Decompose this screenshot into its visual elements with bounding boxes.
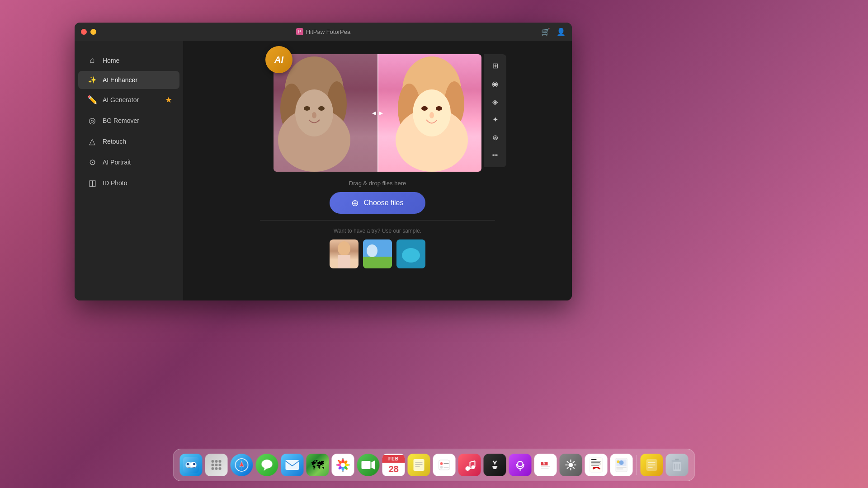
- svg-rect-84: [591, 459, 597, 460]
- svg-rect-19: [338, 255, 350, 268]
- svg-point-15: [421, 106, 428, 111]
- svg-point-82: [569, 463, 573, 467]
- dock-second-notes[interactable]: [641, 454, 663, 476]
- erase-button[interactable]: ◈: [486, 94, 504, 110]
- svg-point-33: [219, 460, 222, 463]
- dock-safari[interactable]: [231, 454, 253, 476]
- dock-messages[interactable]: [256, 454, 278, 476]
- dock-mail[interactable]: [281, 454, 304, 476]
- ai-enhancer-icon: ✨: [87, 76, 97, 84]
- sidebar-item-ai-portrait[interactable]: ⊙ AI Portrait: [78, 152, 179, 172]
- svg-point-56: [341, 463, 345, 467]
- dock-news[interactable]: N: [534, 454, 557, 476]
- drag-text: Drag & drop files here: [260, 180, 495, 187]
- photo-after: [377, 54, 481, 172]
- svg-rect-101: [675, 459, 679, 460]
- svg-point-30: [193, 463, 195, 465]
- dock-calendar[interactable]: FEB 28: [382, 454, 405, 476]
- content-area: AI: [183, 41, 572, 300]
- sidebar-item-retouch[interactable]: △ Retouch: [78, 131, 179, 151]
- preview-area: AI: [274, 54, 481, 172]
- retouch-icon: △: [87, 136, 97, 146]
- more-button[interactable]: •••: [486, 147, 504, 164]
- photo-before: [274, 54, 377, 172]
- right-arrow-icon: ►: [378, 109, 384, 117]
- dock-divider: [637, 455, 637, 475]
- effects-button[interactable]: ⊛: [486, 130, 504, 146]
- titlebar: P HitPaw FotorPea 🛒 👤: [75, 23, 572, 41]
- sidebar: ⌂ Home ✨ AI Enhancer ✏️ AI Generator ★ ◎…: [75, 41, 183, 300]
- dock-reminders[interactable]: [433, 454, 456, 476]
- svg-point-8: [312, 112, 316, 118]
- dock-appletv[interactable]: [484, 454, 506, 476]
- svg-line-71: [470, 461, 475, 462]
- sample-landscape[interactable]: [363, 239, 392, 268]
- svg-point-35: [215, 464, 218, 466]
- svg-point-22: [367, 244, 377, 257]
- svg-rect-63: [439, 460, 450, 470]
- app-window: P HitPaw FotorPea 🛒 👤 ⌂ Home ✨ AI Enhanc…: [75, 23, 572, 300]
- sample-wildlife[interactable]: [396, 239, 425, 268]
- svg-point-29: [187, 463, 189, 465]
- svg-point-39: [219, 467, 222, 470]
- svg-rect-21: [363, 257, 392, 268]
- choose-files-button[interactable]: ⊕ Choose files: [330, 192, 425, 214]
- adjust-button[interactable]: ✦: [486, 112, 504, 128]
- svg-point-32: [215, 460, 218, 463]
- svg-rect-86: [591, 462, 600, 463]
- svg-point-44: [262, 460, 273, 469]
- minimize-button[interactable]: [90, 29, 96, 35]
- dock-maps[interactable]: 🗺: [307, 454, 329, 476]
- svg-point-31: [212, 460, 214, 463]
- dock-launchpad[interactable]: [205, 454, 228, 476]
- svg-marker-74: [492, 466, 498, 469]
- svg-point-38: [215, 467, 218, 470]
- svg-point-66: [440, 466, 443, 469]
- main-layout: ⌂ Home ✨ AI Enhancer ✏️ AI Generator ★ ◎…: [75, 41, 572, 300]
- svg-rect-85: [591, 461, 601, 462]
- dock-finder[interactable]: [180, 454, 203, 476]
- upload-section: Drag & drop files here ⊕ Choose files Wa…: [260, 180, 495, 268]
- close-button[interactable]: [81, 29, 87, 35]
- svg-point-36: [219, 464, 222, 466]
- cart-icon[interactable]: 🛒: [541, 28, 550, 36]
- svg-marker-58: [372, 460, 375, 469]
- dock-photos[interactable]: [332, 454, 354, 476]
- svg-rect-59: [414, 459, 425, 471]
- svg-point-37: [212, 467, 214, 470]
- dock-system-preferences[interactable]: [560, 454, 582, 476]
- dock-notes[interactable]: [408, 454, 430, 476]
- svg-point-64: [440, 462, 443, 465]
- svg-point-16: [436, 106, 442, 111]
- sidebar-item-ai-generator[interactable]: ✏️ AI Generator ★: [78, 90, 179, 110]
- account-icon[interactable]: 👤: [557, 28, 566, 36]
- export-button[interactable]: ⊞: [486, 58, 504, 74]
- split-handle[interactable]: ◄ ►: [371, 109, 384, 117]
- svg-point-68: [466, 466, 470, 471]
- sidebar-item-bg-remover[interactable]: ◎ BG Remover: [78, 111, 179, 131]
- sample-portrait[interactable]: [330, 239, 359, 268]
- divider: [260, 220, 495, 221]
- svg-point-92: [619, 460, 624, 465]
- ai-portrait-icon: ⊙: [87, 157, 97, 167]
- plus-icon: ⊕: [351, 197, 359, 208]
- svg-point-24: [402, 248, 420, 263]
- dock-preview[interactable]: [610, 454, 633, 476]
- sidebar-item-home[interactable]: ⌂ Home: [78, 51, 179, 70]
- sample-text: Want to have a try? Use our sample.: [260, 228, 495, 234]
- dock-music[interactable]: [458, 454, 481, 476]
- dock-textedit[interactable]: [585, 454, 608, 476]
- id-photo-icon: ◫: [87, 178, 97, 188]
- dock-podcasts[interactable]: [509, 454, 532, 476]
- settings-button[interactable]: ◉: [486, 76, 504, 92]
- bg-remover-icon: ◎: [87, 116, 97, 126]
- new-badge: ★: [165, 95, 172, 105]
- sidebar-item-ai-enhancer[interactable]: ✨ AI Enhancer: [78, 71, 179, 89]
- svg-rect-87: [591, 464, 601, 465]
- svg-point-18: [338, 241, 350, 256]
- dock-trash[interactable]: [666, 454, 689, 476]
- dock-facetime[interactable]: [357, 454, 380, 476]
- svg-rect-88: [591, 465, 599, 466]
- window-controls-right: 🛒 👤: [541, 28, 566, 36]
- sidebar-item-id-photo[interactable]: ◫ ID Photo: [78, 173, 179, 193]
